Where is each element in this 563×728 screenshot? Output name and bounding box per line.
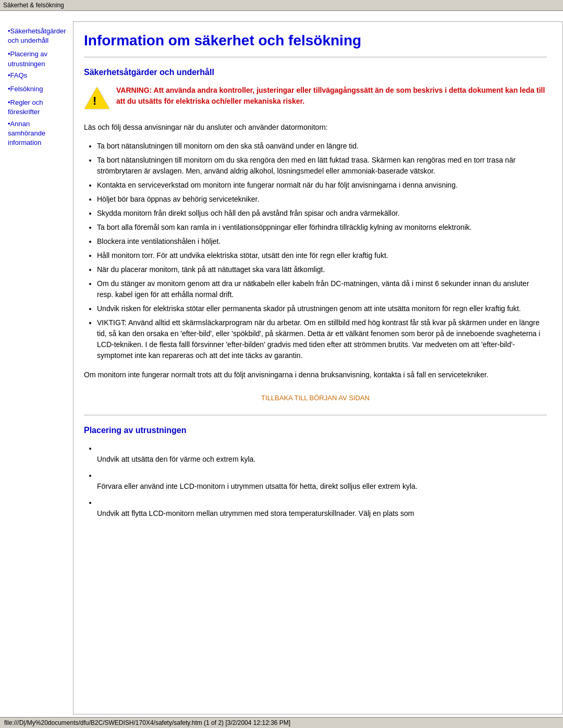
sidebar-link-safety[interactable]: •Säkerhetsåtgärder och underhåll [8, 27, 68, 45]
placement-bullet-list: Undvik att utsätta den för värme och ext… [97, 443, 547, 519]
main-content: Information om säkerhet och felsökning S… [73, 21, 563, 714]
sidebar-link-other[interactable]: •Annan samhörande information [8, 119, 68, 148]
bullet-item-6: Ta bort alla föremål som kan ramla in i … [97, 222, 547, 233]
back-to-top[interactable]: TILLBAKA TILL BÖRJAN AV SIDAN [84, 394, 547, 402]
section2-title: Placering av utrustningen [84, 426, 547, 435]
warning-box: VARNING: Att använda andra kontroller, j… [84, 85, 547, 111]
status-bar: file:///D|/My%20documents/dfu/B2C/SWEDIS… [0, 717, 563, 725]
bullet-item-4: Höljet bör bara öppnas av behörig servic… [97, 194, 547, 205]
window-title-bar: Säkerhet & felsökning [0, 0, 563, 11]
content-area: •Säkerhetsåtgärder och underhåll •Placer… [0, 11, 563, 725]
safety-bullet-list: Ta bort nätanslutningen till monitorn om… [97, 141, 547, 361]
section1-title: Säkerhetsåtgärder och underhåll [84, 68, 547, 77]
sidebar: •Säkerhetsåtgärder och underhåll •Placer… [0, 21, 73, 714]
placement-bullet-2-text: Förvara eller använd inte LCD-monitorn i… [97, 482, 418, 490]
warning-text: VARNING: Att använda andra kontroller, j… [116, 85, 547, 107]
status-bar-text: file:///D|/My%20documents/dfu/B2C/SWEDIS… [4, 719, 290, 725]
bullet-item-8: Håll monitorn torr. För att undvika elek… [97, 250, 547, 261]
placement-bullet-2: Förvara eller använd inte LCD-monitorn i… [97, 470, 547, 492]
sidebar-link-placement[interactable]: •Placering av utrustningen [8, 50, 68, 68]
intro-text: Läs och följ dessa anvisningar när du an… [84, 121, 547, 133]
placement-bullet-1: Undvik att utsätta den för värme och ext… [97, 443, 547, 465]
sidebar-group-1: •Säkerhetsåtgärder och underhåll [8, 27, 68, 45]
sidebar-link-troubleshoot[interactable]: •Felsökning [8, 84, 68, 94]
page-title: Information om säkerhet och felsökning [84, 32, 547, 49]
sidebar-group-4: •Regler och föreskrifter •Annan samhöran… [8, 98, 68, 147]
warning-triangle-icon [84, 87, 109, 109]
divider-2 [84, 415, 547, 415]
browser-window: •Säkerhetsåtgärder och underhåll •Placer… [0, 11, 563, 725]
warning-icon [84, 85, 110, 111]
bullet-item-11: Undvik risken för elektriska stötar elle… [97, 303, 547, 314]
sidebar-group-3: •Felsökning [8, 84, 68, 94]
bullet-item-7: Blockera inte ventilationshålen i höljet… [97, 236, 547, 247]
bullet-item-9: När du placerar monitorn, tänk på att nä… [97, 264, 547, 275]
bullet-item-5: Skydda monitorn från direkt solljus och … [97, 208, 547, 219]
placement-bullet-3-text: Undvik att flytta LCD-monitorn mellan ut… [97, 509, 414, 517]
window-title: Säkerhet & felsökning [3, 2, 64, 9]
bullet-item-12: VIKTIGT: Använd alltid ett skärmsläckarp… [97, 317, 547, 361]
sidebar-group-2: •Placering av utrustningen •FAQs [8, 50, 68, 80]
bullet-item-3: Kontakta en serviceverkstad om monitorn … [97, 180, 547, 191]
sidebar-link-rules[interactable]: •Regler och föreskrifter [8, 98, 68, 117]
footer-text: Om monitorn inte fungerar normalt trots … [84, 369, 547, 380]
bullet-item-10: Om du stänger av monitorn genom att dra … [97, 278, 547, 300]
bullet-item-1: Ta bort nätanslutningen till monitorn om… [97, 141, 547, 152]
back-to-top-link[interactable]: TILLBAKA TILL BÖRJAN AV SIDAN [261, 394, 370, 402]
placement-bullet-3: Undvik att flytta LCD-monitorn mellan ut… [97, 497, 547, 519]
placement-bullet-1-text: Undvik att utsätta den för värme och ext… [97, 455, 255, 463]
bullet-item-2: Ta bort nätanslutningen till monitorn om… [97, 155, 547, 177]
sidebar-link-faq[interactable]: •FAQs [8, 71, 68, 80]
divider-1 [84, 57, 547, 57]
